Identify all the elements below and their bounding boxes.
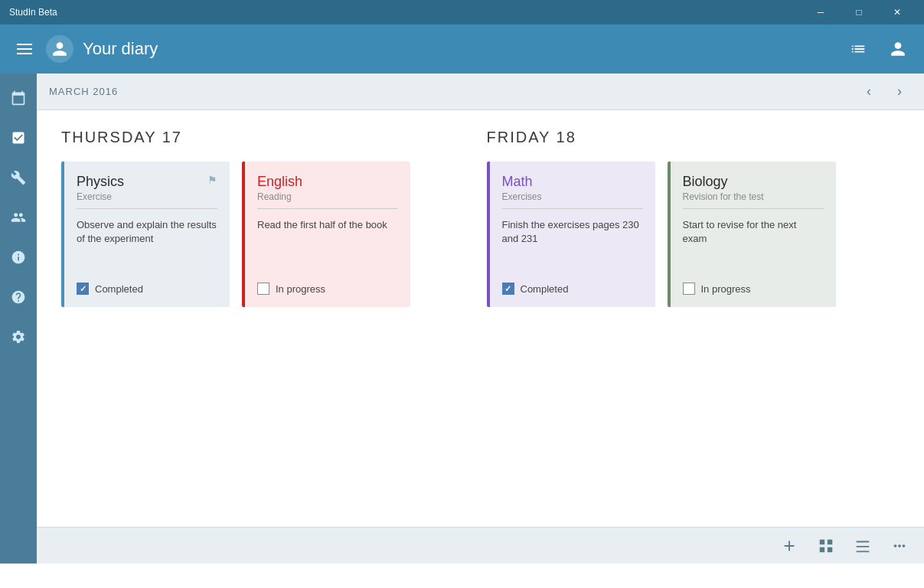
- thursday-column: THURSDAY 17 Physics ⚑ Exercise Observe a…: [61, 129, 487, 514]
- physics-card-header: Physics ⚑: [77, 174, 217, 190]
- english-subject: English: [257, 174, 302, 190]
- biology-card-header: Biology: [683, 174, 824, 190]
- maximize-button[interactable]: □: [841, 0, 877, 24]
- app-title: Your diary: [83, 39, 158, 59]
- sidebar-item-help[interactable]: [0, 279, 37, 315]
- english-card: English Reading Read the first half of t…: [242, 162, 410, 307]
- physics-status-label: Completed: [95, 283, 143, 295]
- hamburger-button[interactable]: [12, 37, 37, 61]
- physics-card: Physics ⚑ Exercise Observe and explain t…: [61, 162, 230, 307]
- layout-button[interactable]: [851, 534, 875, 558]
- sidebar-item-people[interactable]: [0, 199, 37, 236]
- title-bar-controls: ─ □ ✕: [803, 0, 915, 24]
- math-subject: Math: [502, 174, 533, 190]
- hamburger-line-3: [17, 53, 32, 54]
- physics-subject: Physics: [77, 174, 124, 190]
- english-checkbox[interactable]: [257, 283, 269, 295]
- prev-arrow[interactable]: ‹: [857, 80, 881, 104]
- math-type: Exercises: [502, 191, 643, 209]
- days-container: THURSDAY 17 Physics ⚑ Exercise Observe a…: [37, 110, 924, 527]
- math-card-header: Math: [502, 174, 643, 190]
- english-type: Reading: [257, 191, 398, 209]
- sidebar-item-settings[interactable]: [0, 318, 37, 355]
- next-arrow[interactable]: ›: [887, 80, 912, 104]
- flag-icon[interactable]: ⚑: [207, 174, 217, 186]
- friday-column: FRIDAY 18 Math Exercises Finish the exer…: [487, 129, 913, 514]
- english-card-header: English: [257, 174, 398, 190]
- app-header-right: [844, 35, 912, 63]
- main-layout: MARCH 2016 ‹ › THURSDAY 17 Physics ⚑: [0, 74, 924, 564]
- english-description: Read the first half of the book: [257, 218, 398, 270]
- bottom-toolbar: [37, 527, 924, 564]
- title-bar: StudIn Beta ─ □ ✕: [0, 0, 924, 24]
- more-button[interactable]: [887, 534, 912, 558]
- sidebar-item-tasks[interactable]: [0, 119, 37, 156]
- thursday-tasks: Physics ⚑ Exercise Observe and explain t…: [61, 162, 487, 307]
- avatar[interactable]: [46, 35, 73, 63]
- nav-arrows: ‹ ›: [857, 80, 912, 104]
- biology-type: Revision for the test: [683, 191, 824, 209]
- date-navigation: MARCH 2016 ‹ ›: [37, 74, 924, 110]
- physics-status: Completed: [77, 283, 217, 295]
- thursday-header: THURSDAY 17: [61, 129, 487, 146]
- add-button[interactable]: [777, 534, 802, 558]
- english-status: In progress: [257, 283, 398, 295]
- list-icon-button[interactable]: [844, 35, 872, 63]
- current-month: MARCH 2016: [49, 86, 118, 97]
- sidebar-item-tools[interactable]: [0, 159, 37, 196]
- biology-status: In progress: [683, 283, 824, 295]
- biology-checkbox[interactable]: [683, 283, 695, 295]
- friday-header: FRIDAY 18: [487, 129, 913, 146]
- biology-description: Start to revise for the next exam: [683, 218, 824, 270]
- hamburger-line-1: [17, 44, 32, 45]
- close-button[interactable]: ✕: [880, 0, 915, 24]
- app-name: StudIn Beta: [9, 7, 57, 18]
- math-status-label: Completed: [521, 283, 569, 295]
- math-description: Finish the exercises pages 230 and 231: [502, 218, 643, 270]
- sidebar: [0, 74, 37, 564]
- hamburger-line-2: [17, 48, 32, 50]
- biology-card: Biology Revision for the test Start to r…: [668, 162, 836, 307]
- physics-description: Observe and explain the results of the e…: [77, 218, 217, 270]
- biology-status-label: In progress: [701, 283, 751, 295]
- english-status-label: In progress: [276, 283, 325, 295]
- physics-type: Exercise: [77, 191, 217, 209]
- app-header-left: Your diary: [12, 35, 158, 63]
- app-header: Your diary: [0, 24, 924, 74]
- math-status: Completed: [502, 283, 643, 295]
- physics-checkbox[interactable]: [77, 283, 89, 295]
- minimize-button[interactable]: ─: [803, 0, 838, 24]
- title-bar-left: StudIn Beta: [9, 7, 57, 18]
- math-card: Math Exercises Finish the exercises page…: [487, 162, 655, 307]
- biology-subject: Biology: [683, 174, 728, 190]
- profile-icon-button[interactable]: [884, 35, 912, 63]
- friday-tasks: Math Exercises Finish the exercises page…: [487, 162, 913, 307]
- math-checkbox[interactable]: [502, 283, 514, 295]
- content-area: MARCH 2016 ‹ › THURSDAY 17 Physics ⚑: [37, 74, 924, 564]
- sidebar-item-info[interactable]: [0, 239, 37, 276]
- grid-view-button[interactable]: [814, 534, 838, 558]
- sidebar-item-calendar[interactable]: [0, 80, 37, 116]
